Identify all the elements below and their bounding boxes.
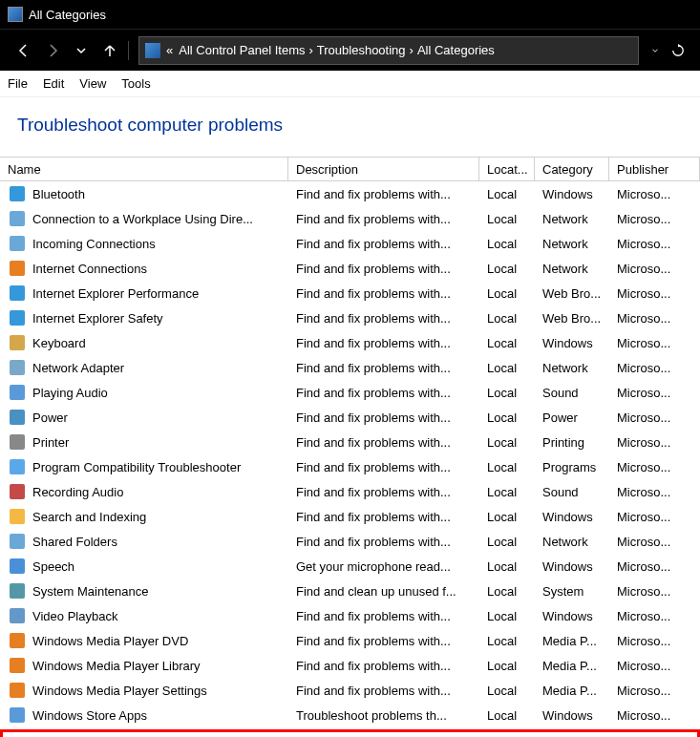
col-location[interactable]: Locat... bbox=[479, 158, 535, 180]
menu-view[interactable]: View bbox=[79, 76, 106, 91]
troubleshooter-icon bbox=[8, 209, 27, 228]
cell-name: Network Adapter bbox=[0, 358, 288, 377]
cell-pub: Microso... bbox=[609, 212, 700, 226]
cell-cat: Network bbox=[535, 535, 609, 549]
cell-loc: Local bbox=[479, 187, 535, 201]
cell-pub: Microso... bbox=[609, 411, 700, 425]
troubleshooter-icon bbox=[8, 507, 27, 526]
table-row[interactable]: SpeechGet your microphone read...LocalWi… bbox=[0, 554, 700, 579]
cell-cat: Programs bbox=[535, 460, 609, 474]
row-name-text: Playing Audio bbox=[32, 386, 108, 400]
cell-pub: Microso... bbox=[609, 336, 700, 350]
cell-desc: Find and fix problems with... bbox=[288, 659, 479, 673]
cell-desc: Find and fix problems with... bbox=[288, 510, 479, 524]
table-row[interactable]: BluetoothFind and fix problems with...Lo… bbox=[0, 181, 700, 206]
table-row[interactable]: Windows Media Player LibraryFind and fix… bbox=[0, 653, 700, 678]
table-row[interactable]: Program Compatibility TroubleshooterFind… bbox=[0, 454, 700, 479]
cell-pub: Microso... bbox=[609, 535, 700, 549]
cell-name: Speech bbox=[0, 557, 288, 576]
troubleshooter-icon bbox=[8, 408, 27, 427]
cell-desc: Troubleshoot problems th... bbox=[288, 708, 479, 723]
breadcrumb-item[interactable]: All Categories bbox=[417, 43, 495, 57]
menu-tools[interactable]: Tools bbox=[121, 76, 150, 91]
cell-name: Connection to a Workplace Using Dire... bbox=[0, 209, 288, 228]
cell-name: Internet Explorer Performance bbox=[0, 284, 288, 303]
row-name-text: Windows Store Apps bbox=[32, 708, 147, 723]
cell-desc: Find and clean up unused f... bbox=[288, 584, 479, 599]
cell-loc: Local bbox=[479, 485, 535, 499]
titlebar: All Categories bbox=[0, 0, 700, 29]
table-row[interactable]: Network AdapterFind and fix problems wit… bbox=[0, 355, 700, 380]
cell-desc: Find and fix problems with... bbox=[288, 262, 479, 276]
row-name-text: Keyboard bbox=[32, 336, 86, 350]
row-name-text: Connection to a Workplace Using Dire... bbox=[32, 212, 253, 226]
breadcrumb-dropdown[interactable] bbox=[645, 46, 666, 55]
cell-pub: Microso... bbox=[609, 584, 700, 599]
cell-name: Bluetooth bbox=[0, 184, 288, 203]
row-name-text: Program Compatibility Troubleshooter bbox=[32, 460, 241, 474]
up-button[interactable] bbox=[95, 36, 124, 65]
cell-pub: Microso... bbox=[609, 684, 700, 698]
cell-cat: Network bbox=[535, 262, 609, 276]
menu-edit[interactable]: Edit bbox=[43, 76, 64, 91]
troubleshooter-icon bbox=[8, 581, 27, 600]
table-row[interactable]: Internet Explorer PerformanceFind and fi… bbox=[0, 281, 700, 305]
table-row[interactable]: Connection to a Workplace Using Dire...F… bbox=[0, 206, 700, 231]
table-row[interactable]: Recording AudioFind and fix problems wit… bbox=[0, 479, 700, 504]
table-row[interactable]: Windows Media Player DVDFind and fix pro… bbox=[0, 628, 700, 653]
troubleshooter-table: Name Description Locat... Category Publi… bbox=[0, 157, 700, 737]
row-name-text: Search and Indexing bbox=[32, 510, 146, 524]
table-row[interactable]: System MaintenanceFind and clean up unus… bbox=[0, 579, 700, 603]
cell-loc: Local bbox=[479, 336, 535, 350]
menu-file[interactable]: File bbox=[8, 76, 28, 91]
cell-loc: Local bbox=[479, 435, 535, 450]
forward-button[interactable] bbox=[38, 36, 67, 65]
table-row[interactable]: Incoming ConnectionsFind and fix problem… bbox=[0, 231, 700, 256]
refresh-button[interactable] bbox=[666, 44, 690, 57]
troubleshooter-icon bbox=[8, 482, 27, 501]
troubleshooter-icon bbox=[8, 333, 27, 352]
cell-loc: Local bbox=[479, 361, 535, 375]
cell-desc: Find and fix problems with... bbox=[288, 460, 479, 474]
cell-desc: Find and fix problems with... bbox=[288, 411, 479, 425]
table-row[interactable]: PrinterFind and fix problems with...Loca… bbox=[0, 430, 700, 454]
cell-cat: Sound bbox=[535, 485, 609, 499]
cell-loc: Local bbox=[479, 460, 535, 474]
table-row[interactable]: Windows Media Player SettingsFind and fi… bbox=[0, 678, 700, 703]
dropdown-history-button[interactable] bbox=[67, 36, 95, 65]
col-name[interactable]: Name bbox=[0, 158, 288, 180]
cell-loc: Local bbox=[479, 286, 535, 301]
cell-desc: Find and fix problems with... bbox=[288, 485, 479, 499]
table-row[interactable]: Windows UpdateResolve problems that pre.… bbox=[3, 732, 697, 737]
row-name-text: Windows Media Player Library bbox=[32, 659, 201, 673]
back-button[interactable] bbox=[10, 36, 38, 65]
cell-loc: Local bbox=[479, 510, 535, 524]
cell-loc: Local bbox=[479, 311, 535, 326]
cell-name: Printer bbox=[0, 432, 288, 452]
col-description[interactable]: Description bbox=[288, 158, 479, 180]
row-name-text: Windows Media Player DVD bbox=[32, 634, 188, 648]
cell-cat: Network bbox=[535, 237, 609, 251]
table-row[interactable]: Shared FoldersFind and fix problems with… bbox=[0, 529, 700, 554]
table-row[interactable]: Video PlaybackFind and fix problems with… bbox=[0, 603, 700, 628]
table-row[interactable]: Windows Store AppsTroubleshoot problems … bbox=[0, 703, 700, 727]
table-row[interactable]: KeyboardFind and fix problems with...Loc… bbox=[0, 330, 700, 355]
cell-cat: Windows bbox=[535, 510, 609, 524]
breadcrumb-prefix: « bbox=[166, 43, 173, 57]
col-publisher[interactable]: Publisher bbox=[609, 158, 700, 180]
cell-cat: Windows bbox=[535, 708, 609, 723]
table-row[interactable]: PowerFind and fix problems with...LocalP… bbox=[0, 405, 700, 430]
control-panel-icon bbox=[145, 43, 160, 58]
table-row[interactable]: Playing AudioFind and fix problems with.… bbox=[0, 380, 700, 405]
table-row[interactable]: Internet ConnectionsFind and fix problem… bbox=[0, 256, 700, 281]
breadcrumb-item[interactable]: All Control Panel Items bbox=[179, 43, 305, 57]
table-row[interactable]: Search and IndexingFind and fix problems… bbox=[0, 504, 700, 529]
cell-name: Shared Folders bbox=[0, 532, 288, 551]
cell-cat: Web Bro... bbox=[535, 311, 609, 326]
window-title: All Categories bbox=[29, 8, 106, 22]
breadcrumb[interactable]: « All Control Panel Items › Troubleshoot… bbox=[138, 36, 639, 65]
col-category[interactable]: Category bbox=[535, 158, 609, 180]
troubleshooter-icon bbox=[8, 705, 27, 725]
breadcrumb-item[interactable]: Troubleshooting bbox=[317, 43, 406, 57]
table-row[interactable]: Internet Explorer SafetyFind and fix pro… bbox=[0, 305, 700, 330]
